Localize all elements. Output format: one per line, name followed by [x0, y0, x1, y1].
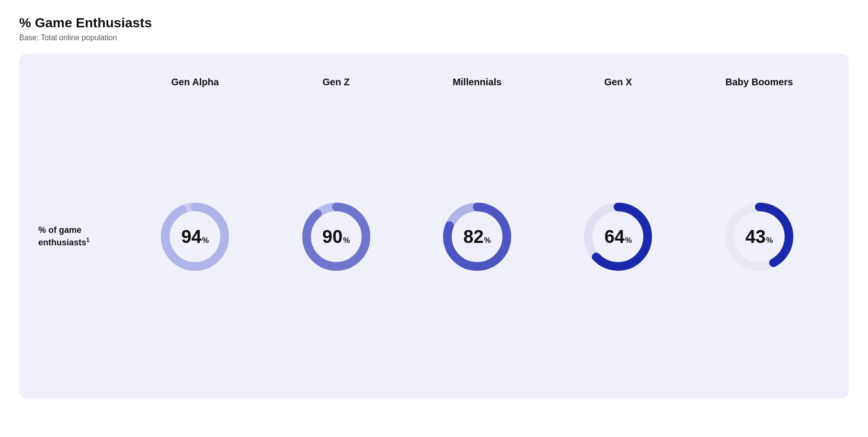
donut-gen-z: 90%: [298, 198, 375, 275]
donut-value-gen-alpha: 94: [181, 228, 201, 246]
donut-center-gen-z: 90%: [322, 228, 350, 246]
col-header-baby-boomers: Baby Boomers: [689, 77, 830, 88]
donut-center-baby-boomers: 43%: [745, 228, 773, 246]
col-header-millennials: Millennials: [407, 77, 548, 88]
donut-pct-gen-z: %: [343, 236, 350, 245]
donut-col-millennials: 82%: [407, 198, 548, 275]
page-subtitle: Base: Total online population: [19, 34, 849, 42]
row-label: % of game enthusiasts1: [38, 224, 125, 249]
donut-col-gen-x: 64%: [548, 198, 688, 275]
donut-pct-gen-alpha: %: [202, 236, 209, 245]
donut-col-baby-boomers: 43%: [689, 198, 830, 275]
donut-gen-alpha: 94%: [157, 198, 233, 275]
donut-pct-baby-boomers: %: [766, 236, 773, 245]
donut-center-millennials: 82%: [463, 228, 491, 246]
col-header-gen-x: Gen X: [548, 77, 688, 88]
label-gen-z: Gen Z: [322, 77, 350, 88]
label-baby-boomers: Baby Boomers: [725, 77, 793, 88]
chart-container: Gen AlphaGen ZMillennialsGen XBaby Boome…: [19, 54, 849, 399]
donut-gen-x: 64%: [580, 198, 656, 275]
col-header-gen-z: Gen Z: [265, 77, 406, 88]
col-header-gen-alpha: Gen Alpha: [125, 77, 265, 88]
label-gen-x: Gen X: [605, 77, 632, 88]
donut-center-gen-x: 64%: [605, 228, 632, 246]
page-title: % Game Enthusiasts: [19, 15, 849, 31]
label-millennials: Millennials: [453, 77, 502, 88]
donut-col-gen-alpha: 94%: [125, 198, 265, 275]
donut-col-gen-z: 90%: [265, 198, 406, 275]
donut-value-gen-x: 64: [605, 228, 625, 246]
donut-pct-millennials: %: [484, 236, 491, 245]
donut-millennials: 82%: [439, 198, 515, 275]
donut-value-baby-boomers: 43: [745, 228, 765, 246]
donut-center-gen-alpha: 94%: [181, 228, 209, 246]
donut-value-gen-z: 90: [322, 228, 343, 246]
donut-baby-boomers: 43%: [721, 198, 798, 275]
donut-value-millennials: 82: [463, 228, 483, 246]
label-gen-alpha: Gen Alpha: [171, 77, 219, 88]
donut-pct-gen-x: %: [625, 236, 632, 245]
